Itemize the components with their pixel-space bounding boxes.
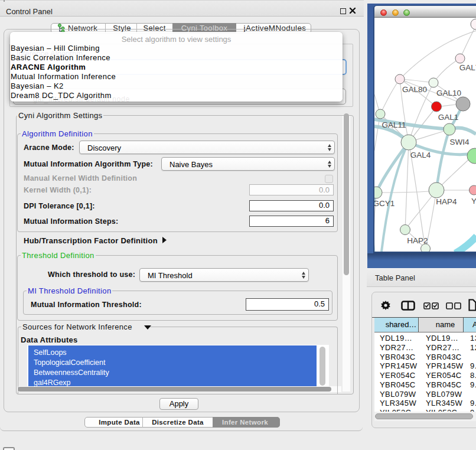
svg-text:SWI4: SWI4 — [449, 138, 469, 146]
svg-text:YJ: YJ — [471, 197, 476, 206]
svg-text:GAL10: GAL10 — [436, 89, 461, 97]
svg-text:GAL1: GAL1 — [438, 113, 459, 122]
svg-text:GAL80: GAL80 — [402, 85, 427, 94]
svg-text:GCY1: GCY1 — [374, 199, 395, 208]
svg-text:HAP2: HAP2 — [407, 236, 428, 245]
svg-text:HAP4: HAP4 — [436, 197, 457, 206]
svg-text:GAL7: GAL7 — [459, 63, 476, 72]
svg-text:GAL4: GAL4 — [410, 151, 431, 159]
svg-text:GAL11: GAL11 — [382, 120, 406, 129]
